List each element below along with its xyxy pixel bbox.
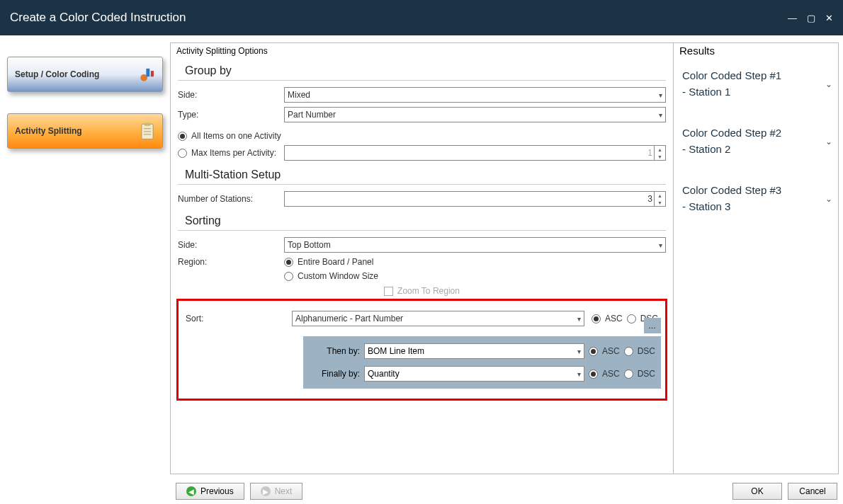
num-stations-value: 3	[647, 194, 652, 204]
clipboard-icon	[138, 122, 157, 140]
sort-value: Alphanumeric - Part Number	[295, 314, 403, 323]
chevron-down-icon: ▾	[577, 370, 581, 378]
chevron-down-icon: ⌄	[825, 135, 832, 148]
groupby-title: Group by	[178, 59, 666, 81]
result-line1: Color Coded Step #1	[682, 68, 781, 84]
radio-finally-asc[interactable]	[589, 370, 598, 379]
chevron-down-icon: ⌄	[825, 78, 832, 91]
nav-activity-splitting[interactable]: Activity Splitting	[7, 113, 163, 149]
sort-highlight-box: Sort: Alphanumeric - Part Number ▾ ASC D…	[176, 299, 667, 401]
result-item[interactable]: Color Coded Step #2 - Station 2 ⌄	[679, 118, 832, 176]
max-items-label: Max Items per Activity:	[191, 148, 276, 158]
sorting-title: Sorting	[178, 209, 666, 231]
titlebar: Create a Color Coded Instruction — ▢ ✕	[0, 0, 843, 35]
region-label: Region:	[178, 257, 284, 267]
window-title: Create a Color Coded Instruction	[10, 11, 186, 25]
then-by-label: Then by:	[309, 346, 360, 356]
radio-max-items[interactable]	[178, 149, 187, 158]
radio-finally-dsc[interactable]	[624, 370, 633, 379]
panel-header: Activity Splitting Options	[171, 43, 673, 59]
ok-button[interactable]: OK	[732, 483, 782, 500]
asc-label: ASC	[605, 314, 623, 323]
chevron-down-icon: ⌄	[825, 193, 832, 205]
zoom-label: Zoom To Region	[397, 286, 460, 296]
chevron-down-icon: ▾	[659, 111, 662, 119]
nav-item-label: Activity Splitting	[15, 126, 82, 136]
radio-then-asc[interactable]	[589, 347, 598, 356]
result-line1: Color Coded Step #3	[682, 183, 781, 199]
num-stations-label: Number of Stations:	[178, 194, 284, 204]
region-opt1: Entire Board / Panel	[298, 257, 373, 267]
sub-sort-panel: … Then by: BOM Line Item ▾ ASC	[303, 336, 661, 389]
svg-rect-2	[151, 71, 154, 76]
result-line2: - Station 2	[682, 142, 781, 158]
results-title: Results	[679, 43, 832, 61]
arrow-left-icon: ◀	[186, 486, 196, 496]
result-line1: Color Coded Step #2	[682, 125, 781, 142]
then-by-select[interactable]: BOM Line Item ▾	[364, 343, 584, 359]
chevron-down-icon: ▾	[659, 91, 662, 99]
multistation-title: Multi-Station Setup	[178, 163, 666, 185]
chevron-down-icon: ▾	[577, 348, 581, 355]
radio-sort-dsc[interactable]	[627, 314, 636, 323]
svg-rect-4	[145, 123, 150, 126]
wizard-nav: Setup / Color Coding Activity Splitting	[0, 35, 170, 504]
more-button[interactable]: …	[644, 318, 661, 333]
finally-by-label: Finally by:	[309, 369, 360, 379]
result-line2: - Station 3	[682, 199, 781, 215]
radio-all-items[interactable]	[178, 132, 187, 141]
chevron-down-icon: ▾	[659, 241, 662, 249]
zoom-checkbox[interactable]	[384, 287, 393, 296]
num-stations-spinner[interactable]: 3 ▲▼	[284, 191, 666, 207]
previous-button[interactable]: ◀ Previous	[176, 483, 244, 500]
finally-by-select[interactable]: Quantity ▾	[364, 366, 584, 382]
side-label: Side:	[178, 90, 284, 100]
bottom-bar: ◀ Previous ▶ Next OK Cancel	[170, 479, 843, 504]
maximize-icon[interactable]: ▢	[807, 13, 815, 23]
radio-custom-window[interactable]	[284, 272, 293, 281]
type-value: Part Number	[288, 110, 336, 120]
finally-by-value: Quantity	[368, 369, 400, 379]
result-line2: - Station 1	[682, 84, 781, 101]
next-button[interactable]: ▶ Next	[250, 483, 303, 500]
chevron-down-icon: ▾	[577, 315, 581, 323]
type-label: Type:	[178, 110, 284, 120]
type-select[interactable]: Part Number ▾	[284, 107, 666, 122]
all-items-label: All Items on one Activity	[191, 131, 281, 141]
then-by-value: BOM Line Item	[368, 346, 424, 356]
result-item[interactable]: Color Coded Step #1 - Station 1 ⌄	[679, 61, 832, 118]
side-select[interactable]: Mixed ▾	[284, 87, 666, 103]
minimize-icon[interactable]: —	[788, 13, 797, 23]
spin-down-icon[interactable]: ▼	[655, 199, 665, 206]
max-items-value: 1	[647, 148, 652, 158]
sort-label: Sort:	[186, 314, 292, 323]
spin-up-icon[interactable]: ▲	[655, 146, 665, 153]
svg-rect-1	[146, 69, 149, 76]
nav-item-label: Setup / Color Coding	[15, 69, 99, 79]
region-opt2: Custom Window Size	[298, 271, 378, 281]
cancel-button[interactable]: Cancel	[788, 483, 837, 500]
close-icon[interactable]: ✕	[825, 13, 833, 23]
sorting-side-value: Top Bottom	[288, 240, 331, 250]
paint-icon	[138, 65, 157, 84]
sort-select[interactable]: Alphanumeric - Part Number ▾	[292, 311, 584, 326]
spin-down-icon[interactable]: ▼	[655, 153, 665, 160]
radio-sort-asc[interactable]	[592, 314, 601, 323]
side-value: Mixed	[288, 90, 310, 100]
radio-entire-board[interactable]	[284, 258, 293, 267]
max-items-spinner[interactable]: 1 ▲▼	[284, 145, 666, 161]
radio-then-dsc[interactable]	[624, 347, 633, 356]
nav-setup-color-coding[interactable]: Setup / Color Coding	[7, 57, 163, 92]
results-panel: Results Color Coded Step #1 - Station 1 …	[674, 43, 838, 474]
sorting-side-select[interactable]: Top Bottom ▾	[284, 237, 666, 253]
result-item[interactable]: Color Coded Step #3 - Station 3 ⌄	[679, 176, 832, 233]
spin-up-icon[interactable]: ▲	[655, 192, 665, 199]
arrow-right-icon: ▶	[261, 486, 271, 496]
sorting-side-label: Side:	[178, 240, 284, 250]
